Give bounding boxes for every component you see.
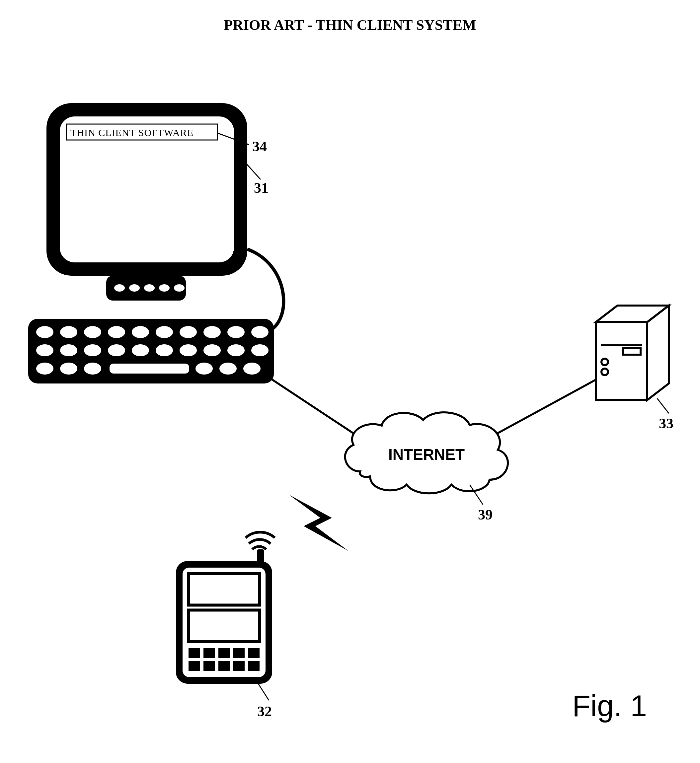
svg-point-13	[84, 326, 101, 338]
svg-point-11	[36, 326, 53, 338]
ref-32: 32	[257, 703, 272, 717]
svg-point-31	[36, 363, 53, 374]
ref-39: 39	[478, 507, 492, 523]
ref-31: 31	[254, 180, 269, 196]
svg-rect-44	[189, 648, 200, 658]
svg-point-7	[174, 284, 184, 292]
svg-point-24	[108, 344, 125, 356]
internet-cloud: INTERNET	[345, 412, 508, 493]
svg-rect-55	[596, 322, 647, 400]
svg-point-21	[36, 344, 53, 356]
diagram-canvas: THIN CLIENT SOFTWARE 34 31	[13, 53, 687, 717]
svg-marker-57	[647, 306, 669, 400]
svg-point-28	[203, 344, 221, 356]
svg-point-5	[144, 284, 155, 292]
svg-rect-34	[109, 364, 189, 373]
svg-rect-50	[203, 661, 215, 671]
svg-line-9	[245, 163, 261, 179]
svg-point-37	[243, 363, 261, 374]
svg-rect-51	[219, 661, 230, 671]
svg-point-17	[180, 326, 197, 338]
wireless-pda	[176, 532, 275, 684]
thin-client-monitor: THIN CLIENT SOFTWARE	[47, 103, 283, 332]
svg-point-3	[114, 284, 125, 292]
svg-point-36	[219, 363, 237, 374]
svg-rect-53	[248, 661, 259, 671]
software-label: THIN CLIENT SOFTWARE	[70, 127, 194, 138]
diagram-title: PRIOR ART - THIN CLIENT SYSTEM	[13, 17, 687, 33]
svg-rect-52	[233, 661, 245, 671]
svg-point-18	[203, 326, 221, 338]
svg-point-35	[195, 363, 213, 374]
ref-34: 34	[252, 138, 267, 154]
svg-point-29	[227, 344, 245, 356]
svg-rect-42	[189, 574, 259, 605]
wireless-bolt-icon	[289, 495, 348, 551]
svg-point-14	[108, 326, 125, 338]
svg-rect-46	[219, 648, 230, 658]
svg-line-54	[257, 682, 269, 700]
svg-point-4	[129, 284, 140, 292]
svg-rect-45	[203, 648, 215, 658]
keyboard	[28, 319, 274, 384]
svg-point-6	[159, 284, 170, 292]
svg-point-19	[227, 326, 245, 338]
svg-rect-49	[189, 661, 200, 671]
svg-point-12	[60, 326, 77, 338]
svg-point-20	[251, 326, 269, 338]
svg-point-23	[84, 344, 101, 356]
figure-label: Fig. 1	[572, 689, 647, 723]
svg-point-16	[156, 326, 173, 338]
svg-point-33	[84, 363, 101, 374]
svg-rect-48	[248, 648, 259, 658]
svg-point-27	[180, 344, 197, 356]
svg-point-26	[156, 344, 173, 356]
svg-line-62	[657, 398, 669, 413]
svg-rect-43	[189, 610, 259, 641]
svg-rect-41	[257, 549, 264, 564]
svg-point-32	[60, 363, 77, 374]
svg-point-22	[60, 344, 77, 356]
cloud-label: INTERNET	[388, 446, 465, 463]
link-cloud-server	[495, 375, 604, 435]
ref-33: 33	[659, 415, 673, 432]
svg-point-25	[132, 344, 149, 356]
svg-rect-47	[233, 648, 245, 658]
svg-point-30	[251, 344, 269, 356]
server	[596, 306, 669, 400]
svg-point-15	[132, 326, 149, 338]
